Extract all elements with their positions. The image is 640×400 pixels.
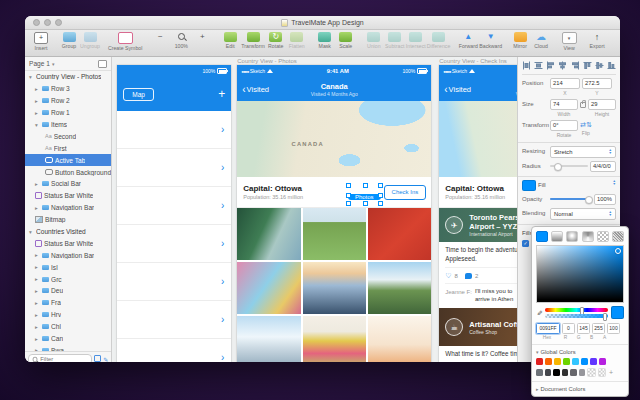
edit-filter-icon[interactable]: ✎ [103,356,108,363]
country-list-row[interactable]: › [117,301,231,339]
eyedropper-icon[interactable]: ✎ [535,310,543,316]
disclosure-collapsed-icon[interactable]: ▸ [35,86,40,92]
country-map[interactable] [439,101,517,177]
layer-item-first[interactable]: AaFirst [25,142,111,154]
color-swatch[interactable] [563,358,570,365]
disclosure-collapsed-icon[interactable]: ▸ [35,98,40,104]
layer-item-can[interactable]: ▸Can [25,333,111,345]
toolbar-mask-button[interactable]: Mask [315,32,335,49]
disclosure-collapsed-icon[interactable]: ▸ [35,181,40,187]
hex-field[interactable]: 0091FF [536,323,560,334]
photo-thumbnail-8[interactable] [303,316,366,362]
toolbar-insert-button[interactable]: +Insert [31,32,51,51]
toolbar-transform-button[interactable]: Transform [241,32,264,49]
country-list-row[interactable]: › [117,149,231,187]
layer-item-hrv[interactable]: ▸Hrv [25,309,111,321]
distribute-horizontally-icon[interactable] [522,61,531,71]
layer-item-items[interactable]: ▾Items [25,119,111,131]
back-button[interactable]: ‹ Visited [444,85,471,94]
disclosure-collapsed-icon[interactable]: ▸ [35,288,40,294]
layer-item-country-view-photos[interactable]: ▾Country View - Photos [25,71,111,83]
opacity-slider-knob[interactable] [585,196,593,204]
selection-handle[interactable] [346,193,351,198]
artboard-label-checkins[interactable]: Country View - Check Ins [439,58,507,64]
photo-thumbnail-6[interactable] [368,262,431,314]
color-swatch[interactable] [579,369,586,376]
layer-item-grc[interactable]: ▸Grc [25,273,111,285]
back-button[interactable]: ‹ Visited [242,85,269,94]
lock-ratio-icon[interactable] [580,102,586,108]
window-titlebar[interactable]: TravelMate App Design [25,16,620,30]
layer-item-row-2[interactable]: ▸Row 2 [25,95,111,107]
toolbar-backward-button[interactable]: ▼Backward [479,32,502,49]
toolbar-edit-button[interactable]: Edit [220,32,240,49]
disclosure-collapsed-icon[interactable]: ▸ [35,324,40,330]
layer-item-second[interactable]: AaSecond [25,130,111,142]
radius-field[interactable]: 4/4/0/0 [590,161,616,172]
transparent-swatch[interactable] [587,368,596,377]
color-swatch[interactable] [545,369,552,376]
layer-item-button-background[interactable]: Button Background [25,166,111,178]
position-x-field[interactable]: 214 [550,78,580,89]
opacity-slider[interactable] [550,198,592,200]
photo-thumbnail-7[interactable] [237,316,300,362]
align-top-icon[interactable] [583,61,592,71]
toolbar-symbol-button[interactable]: Create Symbol [108,32,142,51]
heart-icon[interactable]: ♡ [445,271,451,280]
checkins-tab-button[interactable]: Check Ins [384,185,427,200]
add-country-button[interactable]: + [218,87,225,101]
rotate-field[interactable]: 0° [550,120,578,131]
alpha-slider-marker[interactable] [603,313,607,321]
layer-item-countries-visited[interactable]: ▾Countries Visited [25,226,111,238]
height-field[interactable]: 29 [588,99,616,110]
toolbar-group-button[interactable]: Group [59,32,79,49]
layer-item-active-tab[interactable]: Active Tab [25,154,111,166]
country-list-row[interactable]: › [117,111,231,149]
fill-color-swatch[interactable] [522,180,536,191]
red-field[interactable]: 0 [562,323,575,334]
add-color-icon[interactable]: + [609,369,613,376]
toolbar-rotate-button[interactable]: ↻Rotate [266,32,286,49]
artboard-label-photos[interactable]: Country View - Photos [237,58,297,64]
fill-type-solid-tab[interactable] [536,231,548,242]
toolbar-export-button[interactable]: ↑Export [587,32,607,49]
filter-searchbox[interactable] [28,354,92,363]
checkin-card-coffee[interactable]: ☕ Artisanal Coffee Coffee Shop [439,308,517,346]
green-field[interactable]: 145 [577,323,590,334]
color-swatch[interactable] [562,369,569,376]
filter-input[interactable] [40,356,88,362]
disclosure-collapsed-icon[interactable]: ▸ [35,312,40,318]
photo-thumbnail-4[interactable] [237,262,300,314]
layer-item-isl[interactable]: ▸Isl [25,261,111,273]
photo-thumbnail-3[interactable] [368,208,431,260]
layer-item-deu[interactable]: ▸Deu [25,285,111,297]
toolbar-zoomout-button[interactable]: − [150,32,170,43]
opacity-field[interactable]: 100% [594,194,616,205]
document-colors-header[interactable]: ▸ Document Colors [536,386,624,392]
disclosure-collapsed-icon[interactable]: ▸ [35,336,40,342]
fill-stepper-icon[interactable]: ▲▼ [613,180,616,186]
toolbar-scale-button[interactable]: Scale [336,32,356,49]
hue-slider[interactable] [545,308,608,312]
photo-thumbnail-9[interactable] [368,316,431,362]
align-center-horizontally-icon[interactable] [558,61,567,71]
alpha-slider[interactable] [545,314,608,318]
pages-panel-toggle-icon[interactable] [98,60,107,68]
artboard-country-view-photos[interactable]: ●●●●● Sketch 9:41 AM 100% ‹ Visited [237,65,431,362]
color-swatch[interactable] [570,369,577,376]
disclosure-collapsed-icon[interactable]: ▸ [35,252,40,258]
radius-slider-knob[interactable] [554,163,562,171]
comment-bubble-icon[interactable] [465,273,472,279]
photo-thumbnail-2[interactable] [303,208,366,260]
checkin-card-airport[interactable]: ✈ Toronto Pearson Airport – YYZ Internat… [439,208,517,242]
blue-field[interactable]: 255 [592,323,605,334]
flip-vertical-icon[interactable]: ⇅ [586,121,592,128]
layer-item-fra[interactable]: ▸Fra [25,297,111,309]
selection-handle[interactable] [346,201,351,206]
design-canvas[interactable]: 100% Map + ››››››› Country View - Photos [112,57,517,362]
photo-thumbnail-1[interactable] [237,208,300,260]
layer-item-row-3[interactable]: ▸Row 3 [25,83,111,95]
toolbar-zoomin-button[interactable]: + [192,32,212,43]
disclosure-expanded-icon[interactable]: ▾ [35,122,40,128]
align-middle-vertically-icon[interactable] [595,61,604,71]
